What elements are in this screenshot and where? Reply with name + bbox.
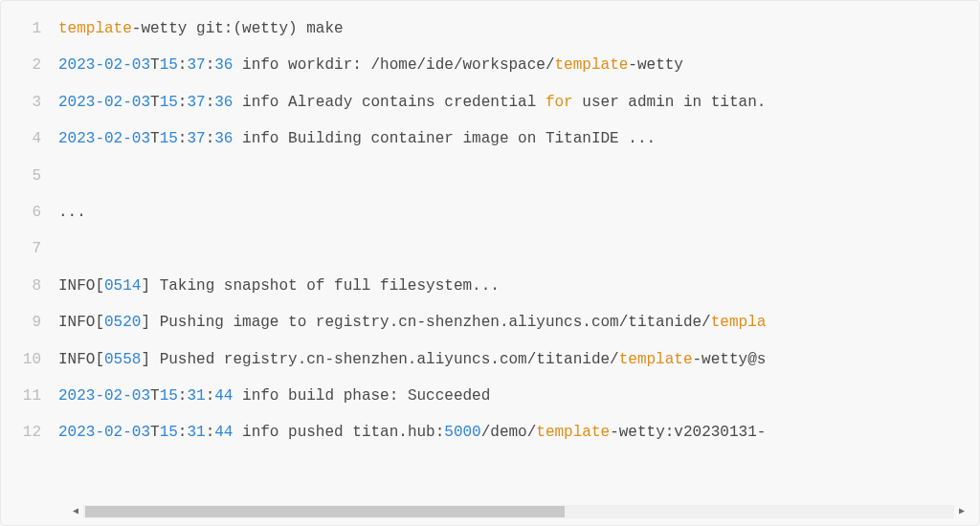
code-token: : xyxy=(206,130,215,147)
code-token: 2023-02-03 xyxy=(58,130,150,147)
code-token: /demo/ xyxy=(481,424,537,441)
horizontal-scrollbar[interactable]: ◀ ▶ xyxy=(70,504,968,519)
code-token: 15 xyxy=(160,424,178,441)
line-code: INFO[0558] Pushed registry.cn-shenzhen.a… xyxy=(58,341,979,378)
code-token: templa xyxy=(711,314,767,331)
line-number: 6 xyxy=(1,194,58,230)
line-code: 2023-02-03T15:37:36 info Building contai… xyxy=(58,121,979,157)
code-token: T xyxy=(150,56,160,74)
code-token: -wetty@s xyxy=(693,351,767,368)
code-token: 2023-02-03 xyxy=(58,387,150,405)
code-line: 6... xyxy=(1,194,979,230)
code-token: info Building container image on TitanID… xyxy=(233,130,656,147)
code-token: template xyxy=(555,56,629,74)
code-line: 122023-02-03T15:31:44 info pushed titan.… xyxy=(1,414,979,450)
code-token: 37 xyxy=(187,56,205,74)
code-token: 37 xyxy=(187,94,205,111)
code-token: T xyxy=(150,94,160,111)
code-token: 15 xyxy=(160,387,178,405)
line-number: 10 xyxy=(1,341,58,378)
code-token: INFO[ xyxy=(58,351,104,368)
code-token: 44 xyxy=(214,424,233,441)
scrollbar-trough[interactable] xyxy=(83,505,954,518)
code-token: 15 xyxy=(160,94,178,111)
code-token: : xyxy=(178,56,188,74)
code-line: 9INFO[0520] Pushing image to registry.cn… xyxy=(1,304,979,340)
code-token: INFO[ xyxy=(58,314,104,331)
line-number: 4 xyxy=(1,121,58,157)
code-token: info workdir: /home/ide/workspace/ xyxy=(233,56,554,74)
code-token: -wetty xyxy=(628,56,683,74)
code-token: T xyxy=(150,424,160,441)
code-token: : xyxy=(178,424,188,441)
line-code: 2023-02-03T15:31:44 info pushed titan.hu… xyxy=(58,414,979,450)
code-token: : xyxy=(206,56,215,74)
code-line: 32023-02-03T15:37:36 info Already contai… xyxy=(1,84,979,121)
code-token: 37 xyxy=(187,130,205,147)
code-token: 15 xyxy=(160,56,178,74)
code-token: template xyxy=(58,20,132,37)
scrollbar-thumb[interactable] xyxy=(85,506,565,517)
code-line: 7 xyxy=(1,230,979,267)
code-token: ] Pushing image to registry.cn-shenzhen.… xyxy=(141,314,710,331)
line-code: template-wetty git:(wetty) make xyxy=(58,11,979,47)
code-token: T xyxy=(150,387,160,405)
code-block: 1template-wetty git:(wetty) make22023-02… xyxy=(0,0,980,526)
code-token: 0520 xyxy=(104,314,141,331)
code-token: -wetty:v20230131- xyxy=(610,424,766,441)
code-lines[interactable]: 1template-wetty git:(wetty) make22023-02… xyxy=(1,11,979,451)
line-code: ... xyxy=(58,194,979,230)
code-token: 15 xyxy=(160,130,178,147)
code-token: 5000 xyxy=(444,424,480,441)
code-token: 2023-02-03 xyxy=(58,94,150,111)
code-line: 1template-wetty git:(wetty) make xyxy=(1,11,979,47)
code-line: 42023-02-03T15:37:36 info Building conta… xyxy=(1,121,979,157)
code-token: ] Taking snapshot of full filesystem... xyxy=(141,277,499,295)
line-number: 12 xyxy=(1,414,58,450)
code-line: 22023-02-03T15:37:36 info workdir: /home… xyxy=(1,47,979,83)
code-token: info Already contains credential xyxy=(233,94,545,111)
code-token: 36 xyxy=(214,56,233,74)
code-line: 8INFO[0514] Taking snapshot of full file… xyxy=(1,268,979,304)
code-token: ... xyxy=(58,204,86,221)
code-token: ] Pushed registry.cn-shenzhen.aliyuncs.c… xyxy=(141,351,618,368)
code-line: 10INFO[0558] Pushed registry.cn-shenzhen… xyxy=(1,341,979,378)
code-line: 112023-02-03T15:31:44 info build phase: … xyxy=(1,378,979,414)
line-number: 1 xyxy=(1,11,58,47)
code-token: template xyxy=(619,351,693,368)
code-token: info build phase: Succeeded xyxy=(233,387,490,405)
code-token: INFO[ xyxy=(58,277,104,295)
line-number: 2 xyxy=(1,47,58,83)
line-code: INFO[0514] Taking snapshot of full files… xyxy=(58,268,979,304)
line-code: 2023-02-03T15:37:36 info workdir: /home/… xyxy=(58,47,979,83)
code-token: info pushed titan.hub: xyxy=(233,424,444,441)
code-token: 2023-02-03 xyxy=(58,424,150,441)
code-token: 44 xyxy=(214,387,233,405)
code-token: : xyxy=(206,94,215,111)
code-token: : xyxy=(178,387,188,405)
code-token: 36 xyxy=(214,94,233,111)
code-token: 31 xyxy=(187,387,205,405)
line-code: 2023-02-03T15:37:36 info Already contain… xyxy=(58,84,979,121)
line-number: 8 xyxy=(1,268,58,304)
line-code: 2023-02-03T15:31:44 info build phase: Su… xyxy=(58,378,979,414)
code-token: 2023-02-03 xyxy=(58,56,150,74)
code-token: 0514 xyxy=(104,277,141,295)
code-token: user admin in titan. xyxy=(573,94,767,111)
code-line: 5 xyxy=(1,158,979,194)
code-token: : xyxy=(178,130,188,147)
line-code: INFO[0520] Pushing image to registry.cn-… xyxy=(58,304,979,340)
code-token: T xyxy=(150,130,160,147)
scroll-left-arrow-icon[interactable]: ◀ xyxy=(70,506,81,517)
code-token: 31 xyxy=(187,424,205,441)
code-token: : xyxy=(206,424,215,441)
code-token: 36 xyxy=(214,130,233,147)
code-token: 0558 xyxy=(104,351,141,368)
code-token: : xyxy=(178,94,188,111)
scroll-right-arrow-icon[interactable]: ▶ xyxy=(956,506,968,517)
line-number: 9 xyxy=(1,304,58,340)
code-token: template xyxy=(536,424,610,441)
code-token: for xyxy=(546,94,573,111)
line-number: 3 xyxy=(1,84,58,121)
line-number: 7 xyxy=(1,230,58,267)
